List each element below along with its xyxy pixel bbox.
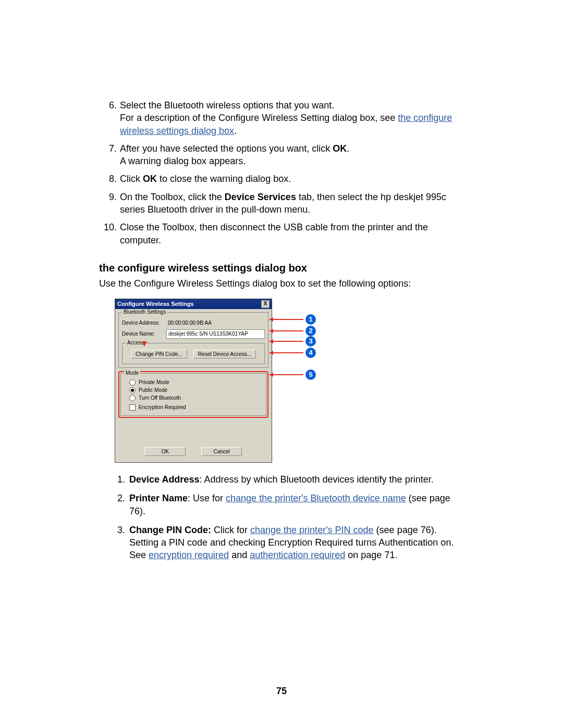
cancel-button[interactable]: Cancel	[201, 447, 242, 456]
step-body: Close the Toolbox, then disconnect the U…	[120, 221, 464, 246]
dialog-title: Configure Wireless Settings	[117, 301, 194, 307]
bold-ok: OK	[333, 143, 347, 154]
step-9: 9. On the Toolbox, click the Device Serv…	[99, 191, 464, 216]
group-legend: Bluetooth Settings	[122, 309, 167, 315]
radio-public[interactable]: Public Mode	[129, 387, 263, 393]
step-body: After you have selected the options you …	[120, 142, 464, 168]
step-number: 6.	[99, 99, 120, 137]
configure-wireless-dialog: Configure Wireless Settings X Bluetooth …	[115, 299, 272, 463]
text: Click for	[211, 525, 250, 535]
text: : Address by which Bluetooth devices ide…	[199, 474, 433, 485]
num: 2.	[99, 492, 129, 517]
steps-list: 6. Select the Bluetooth wireless options…	[99, 99, 464, 246]
desc-2: 2. Printer Name: Use for change the prin…	[99, 492, 464, 517]
device-address-value: 00:00:00:00:9B:AA	[166, 319, 265, 327]
text: A warning dialog box appears.	[120, 156, 246, 166]
text: .	[347, 143, 349, 154]
radio-off[interactable]: Turn Off Bluetooth	[129, 395, 263, 401]
body: Device Address: Address by which Bluetoo…	[129, 473, 464, 486]
mode-highlight: Mode Private Mode Public Mode Turn Off B…	[118, 371, 268, 418]
step-number: 10.	[99, 221, 120, 246]
step-6: 6. Select the Bluetooth wireless options…	[99, 99, 464, 137]
step-number: 8.	[99, 172, 120, 185]
body: Printer Name: Use for change the printer…	[129, 492, 464, 517]
text: and	[229, 550, 250, 560]
text: Close the Toolbox, then disconnect the U…	[120, 222, 428, 245]
bold-device-services: Device Services	[225, 192, 296, 202]
text: On the Toolbox, click the	[120, 192, 225, 202]
radio-private[interactable]: Private Mode	[129, 379, 263, 386]
dialog-titlebar: Configure Wireless Settings X	[115, 299, 272, 309]
device-name-input[interactable]: deskjet 995c S/N US13S3K01YAP	[166, 329, 265, 339]
link-encryption[interactable]: encryption required	[149, 550, 229, 560]
description-list: 1. Device Address: Address by which Blue…	[99, 473, 464, 562]
step-body: Click OK to close the warning dialog box…	[120, 172, 464, 185]
section-intro: Use the Configure Wireless Settings dial…	[99, 278, 464, 289]
callout-5: 5	[305, 369, 316, 380]
page-number: 75	[0, 686, 563, 697]
text: to close the warning dialog box.	[157, 174, 291, 184]
text: on page 71.	[345, 550, 397, 560]
step-7: 7. After you have selected the options y…	[99, 142, 464, 168]
label: Turn Off Bluetooth	[139, 395, 181, 401]
callout-3: 3	[305, 336, 316, 347]
label: Device Name:	[122, 331, 166, 337]
dialog-figure: Configure Wireless Settings X Bluetooth …	[115, 299, 464, 463]
close-icon[interactable]: X	[261, 300, 270, 308]
reset-access-button[interactable]: Reset Device Access...	[193, 350, 256, 359]
callout-arrow-icon	[142, 341, 147, 347]
label: Public Mode	[139, 387, 167, 393]
step-number: 9.	[99, 191, 120, 216]
link-change-pin[interactable]: change the printer's PIN code	[250, 525, 374, 535]
desc-3: 3. Change PIN Code: Click for change the…	[99, 524, 464, 562]
group-legend: Mode	[124, 370, 140, 376]
check-encryption[interactable]: Encryption Required	[129, 404, 263, 411]
ok-button[interactable]: OK	[145, 447, 186, 456]
label: Encryption Required	[139, 404, 186, 410]
page-content: 6. Select the Bluetooth wireless options…	[99, 99, 464, 568]
text: .	[234, 126, 237, 136]
callout-4: 4	[305, 348, 316, 358]
step-body: Select the Bluetooth wireless options th…	[120, 99, 464, 137]
bluetooth-settings-group: Bluetooth Settings Device Address: 00:00…	[118, 312, 268, 368]
step-10: 10. Close the Toolbox, then disconnect t…	[99, 221, 464, 246]
step-8: 8. Click OK to close the warning dialog …	[99, 172, 464, 185]
text: For a description of the Configure Wirel…	[120, 113, 398, 123]
term: Device Address	[129, 474, 199, 485]
text: : Use for	[188, 493, 226, 503]
device-address-row: Device Address: 00:00:00:00:9B:AA	[122, 319, 265, 327]
link-change-name[interactable]: change the printer's Bluetooth device na…	[226, 493, 406, 503]
text: Click	[120, 174, 143, 184]
num: 1.	[99, 473, 129, 486]
desc-1: 1. Device Address: Address by which Blue…	[99, 473, 464, 486]
section-title: the configure wireless settings dialog b…	[99, 262, 464, 274]
num: 3.	[99, 524, 129, 562]
mode-group: Mode Private Mode Public Mode Turn Off B…	[120, 373, 266, 416]
label: Device Address:	[122, 320, 166, 326]
access-group: Access Change PIN Code... Reset Device A…	[122, 343, 265, 364]
callout-1: 1	[305, 314, 316, 325]
link-authentication[interactable]: authentication required	[250, 550, 345, 560]
text: After you have selected the options you …	[120, 143, 333, 154]
callout-2: 2	[305, 326, 316, 336]
label: Private Mode	[139, 379, 169, 385]
term: Change PIN Code:	[129, 525, 211, 535]
step-number: 7.	[99, 142, 120, 168]
device-name-row: Device Name: deskjet 995c S/N US13S3K01Y…	[122, 329, 265, 339]
term: Printer Name	[129, 493, 188, 503]
change-pin-button[interactable]: Change PIN Code...	[131, 350, 187, 359]
dialog-buttons: OK Cancel	[115, 442, 272, 462]
text: Select the Bluetooth wireless options th…	[120, 100, 334, 110]
step-body: On the Toolbox, click the Device Service…	[120, 191, 464, 216]
bold-ok: OK	[143, 174, 157, 184]
body: Change PIN Code: Click for change the pr…	[129, 524, 464, 562]
